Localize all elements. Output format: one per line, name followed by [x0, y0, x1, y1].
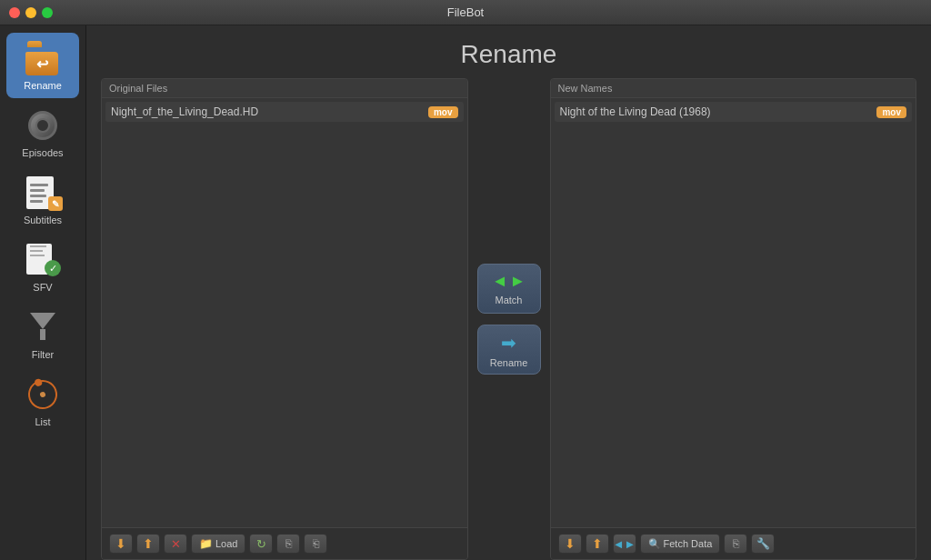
sidebar-item-subtitles-label: Subtitles — [24, 215, 62, 225]
match-arrows-icon: ◄ ► — [492, 272, 526, 291]
arrow-right-icon: ► — [510, 272, 526, 291]
copy-icon: ⎘ — [285, 537, 292, 550]
sidebar-item-sfv[interactable]: ✓ SFV — [6, 235, 79, 300]
original-files-panel: Original Files Night_of_the_Living_Dead.… — [101, 78, 468, 560]
episodes-icon — [25, 107, 61, 144]
fetch-data-icon: 🔍 — [648, 538, 661, 550]
new-names-header: New Names — [551, 79, 916, 98]
refresh-button[interactable]: ↻ — [249, 534, 273, 554]
middle-controls: ◄ ► Match ➡ Rename — [468, 78, 550, 560]
right-copy-icon: ⎘ — [733, 537, 739, 550]
right-up-button[interactable]: ⬆ — [586, 534, 609, 554]
load-folder-icon: 📁 — [199, 537, 213, 550]
panels-container: Original Files Night_of_the_Living_Dead.… — [86, 78, 931, 560]
rename-button-label: Rename — [490, 357, 528, 368]
remove-icon: ✕ — [171, 537, 181, 551]
right-match-button[interactable]: ◄► — [613, 534, 636, 554]
new-names-content: Night of the Living Dead (1968) mov — [551, 98, 916, 527]
left-copy-button[interactable]: ⎘ — [276, 534, 300, 554]
new-names-panel: New Names Night of the Living Dead (1968… — [550, 78, 917, 560]
left-down-button[interactable]: ⬇ — [109, 534, 133, 554]
sidebar-item-episodes-label: Episodes — [22, 147, 63, 158]
right-copy-button[interactable]: ⎘ — [724, 534, 747, 554]
match-lr-icon: ◄► — [613, 537, 636, 551]
original-file-badge: mov — [428, 106, 458, 118]
right-toolbar: ⬇ ⬆ ◄► 🔍 Fetch Data ⎘ — [551, 527, 916, 559]
sidebar-item-rename[interactable]: ↩ Rename — [6, 33, 79, 98]
new-file-badge: mov — [876, 106, 906, 118]
maximize-button[interactable] — [42, 7, 53, 18]
original-file-item[interactable]: Night_of_the_Living_Dead.HD mov — [105, 102, 464, 122]
minimize-button[interactable] — [25, 7, 36, 18]
original-file-name: Night_of_the_Living_Dead.HD — [111, 105, 258, 118]
down-arrow-icon: ⬇ — [115, 536, 126, 551]
list-icon — [25, 376, 61, 413]
subtitles-icon: ✎ — [25, 175, 61, 211]
left-toolbar: ⬇ ⬆ ✕ 📁 Load ↻ ⎘ — [102, 527, 467, 559]
paste-icon: ⎗ — [313, 537, 319, 550]
titlebar: FileBot — [0, 0, 931, 25]
window-title: FileBot — [447, 5, 484, 19]
sidebar-item-subtitles[interactable]: ✎ Subtitles — [6, 167, 79, 233]
right-down-icon: ⬇ — [565, 536, 576, 551]
original-files-content: Night_of_the_Living_Dead.HD mov — [102, 98, 467, 527]
left-paste-button[interactable]: ⎗ — [304, 534, 327, 554]
sfv-icon: ✓ — [25, 242, 61, 278]
sidebar-item-list-label: List — [35, 416, 50, 427]
sidebar-item-filter-label: Filter — [32, 349, 54, 360]
load-label: Load — [215, 538, 237, 549]
rename-arrow-icon: ➡ — [501, 332, 516, 354]
left-up-button[interactable]: ⬆ — [136, 534, 160, 554]
sidebar: ↩ Rename Episodes — [0, 25, 86, 560]
arrow-left-icon: ◄ — [492, 272, 508, 291]
wrench-button[interactable]: 🔧 — [751, 534, 775, 554]
up-arrow-icon: ⬆ — [143, 536, 154, 551]
match-button-label: Match — [496, 295, 523, 305]
filter-icon — [25, 309, 61, 345]
app-body: ↩ Rename Episodes — [0, 25, 931, 560]
sidebar-item-episodes[interactable]: Episodes — [6, 100, 79, 165]
rename-icon: ↩ — [25, 40, 61, 76]
sidebar-item-rename-label: Rename — [24, 80, 62, 91]
traffic-lights — [9, 7, 53, 18]
fetch-data-button[interactable]: 🔍 Fetch Data — [640, 534, 721, 554]
match-button[interactable]: ◄ ► Match — [477, 264, 541, 314]
left-remove-button[interactable]: ✕ — [164, 534, 187, 554]
sidebar-item-sfv-label: SFV — [33, 282, 52, 293]
page-title: Rename — [86, 25, 931, 78]
sidebar-item-filter[interactable]: Filter — [6, 302, 79, 367]
load-button[interactable]: 📁 Load — [191, 534, 245, 554]
fetch-data-label: Fetch Data — [664, 538, 713, 549]
right-up-icon: ⬆ — [592, 536, 603, 551]
sidebar-item-list[interactable]: List — [6, 369, 79, 435]
refresh-icon: ↻ — [256, 537, 266, 551]
close-button[interactable] — [9, 7, 20, 18]
right-down-button[interactable]: ⬇ — [558, 534, 582, 554]
new-file-name: Night of the Living Dead (1968) — [560, 105, 711, 118]
rename-button[interactable]: ➡ Rename — [477, 325, 541, 375]
new-name-item[interactable]: Night of the Living Dead (1968) mov — [555, 102, 913, 122]
main-content: Rename Original Files Night_of_the_Livin… — [86, 25, 931, 560]
original-files-header: Original Files — [102, 79, 467, 98]
wrench-icon: 🔧 — [756, 537, 770, 550]
